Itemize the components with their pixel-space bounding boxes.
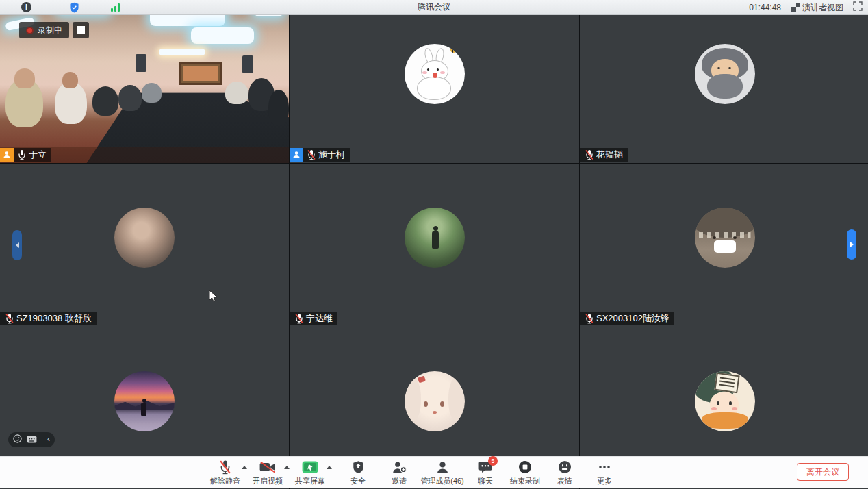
recording-indicator: 录制中 — [19, 22, 89, 38]
security-shield-icon[interactable] — [69, 2, 79, 16]
window-title: 腾讯会议 — [0, 1, 868, 13]
mic-muted-icon — [306, 149, 317, 160]
speaker-view-label: 演讲者视图 — [802, 2, 843, 14]
camera-off-icon — [259, 460, 276, 475]
chat-icon: 5 — [478, 460, 492, 475]
video-tile[interactable]: 花韫韬 — [580, 0, 868, 163]
avatar — [405, 208, 465, 268]
share-screen-icon — [302, 460, 318, 475]
network-signal-icon[interactable] — [111, 3, 120, 12]
video-grid: 录制中 于立 — [0, 0, 868, 489]
toolbar-label: 表情 — [557, 476, 572, 486]
keyboard-icon[interactable] — [27, 434, 37, 446]
prev-page-arrow[interactable] — [12, 230, 22, 260]
participant-label: 花韫韬 — [580, 148, 628, 162]
avatar — [405, 371, 465, 431]
video-tile[interactable]: SX2003102陆汝锋 — [580, 164, 868, 327]
avatar — [695, 44, 755, 104]
recording-label: 录制中 — [38, 25, 62, 36]
stop-square-icon — [77, 26, 85, 34]
avatar — [695, 371, 755, 431]
mic-muted-icon — [4, 313, 15, 324]
reactions-button[interactable]: 表情 — [547, 460, 583, 486]
video-tile[interactable]: 录制中 于立 — [0, 0, 289, 163]
unmute-button[interactable]: 解除静音 — [207, 460, 243, 486]
video-tile[interactable]: 宁达维 — [290, 164, 579, 327]
info-icon[interactable]: i — [21, 2, 31, 12]
speaker-layout-icon — [791, 3, 800, 12]
security-button[interactable]: 安全 — [340, 460, 376, 486]
toolbar-label: 开启视频 — [253, 476, 283, 486]
fullscreen-button[interactable] — [853, 1, 863, 14]
participant-name: 施于柯 — [318, 149, 345, 161]
participant-label: SZ1903038 耿舒欣 — [0, 312, 97, 325]
participant-label: 于立 — [0, 148, 51, 162]
emoji-icon[interactable] — [13, 434, 22, 446]
participant-name: 花韫韬 — [596, 149, 623, 161]
meeting-timer: 01:44:48 — [749, 3, 781, 12]
toolbar-label: 更多 — [597, 476, 612, 486]
avatar — [695, 208, 755, 268]
participant-name: SX2003102陆汝锋 — [596, 312, 669, 325]
window-titlebar: 腾讯会议 i 01:44:48 演讲者视图 — [0, 0, 868, 15]
video-tile[interactable]: 施于柯 — [290, 0, 579, 163]
invite-icon — [392, 460, 407, 475]
participant-name: 宁达维 — [306, 312, 333, 325]
quick-reaction-bar: ‹ — [8, 432, 55, 447]
more-icon — [598, 460, 611, 475]
chat-button[interactable]: 5 聊天 — [468, 460, 503, 486]
toolbar-label: 解除静音 — [210, 476, 240, 486]
toolbar-label: 管理成员(46) — [420, 476, 464, 486]
avatar — [114, 371, 175, 431]
invite-button[interactable]: 邀请 — [381, 460, 417, 486]
bottom-toolbar: 解除静音 开启视频 共享屏幕 安全 邀请 — [0, 456, 868, 488]
avatar — [114, 208, 175, 268]
mic-muted-icon — [584, 313, 595, 324]
participant-label: SX2003102陆汝锋 — [580, 312, 674, 325]
participant-label: 宁达维 — [290, 312, 337, 325]
manage-members-button[interactable]: 管理成员(46) — [417, 460, 468, 486]
security-icon — [353, 460, 364, 475]
mic-on-icon — [16, 149, 27, 160]
member-badge-icon — [290, 148, 303, 162]
video-tile[interactable]: SZ1903038 耿舒欣 — [0, 164, 289, 327]
stop-recording-button[interactable]: 结束录制 — [507, 460, 543, 486]
share-screen-button[interactable]: 共享屏幕 — [292, 460, 328, 486]
mic-muted-icon — [218, 460, 232, 475]
participant-label: 施于柯 — [290, 148, 350, 162]
toolbar-label: 聊天 — [478, 476, 493, 486]
collapse-chevron-icon[interactable]: ‹ — [47, 435, 50, 443]
participant-name: SZ1903038 耿舒欣 — [16, 312, 92, 325]
reactions-icon — [558, 460, 572, 475]
avatar — [405, 44, 465, 104]
members-icon — [436, 460, 449, 475]
more-button[interactable]: 更多 — [587, 460, 622, 486]
participant-name: 于立 — [29, 149, 47, 161]
mic-muted-icon — [294, 313, 305, 324]
chat-unread-badge: 5 — [488, 456, 498, 466]
bee-icon — [450, 47, 457, 53]
host-badge-icon — [0, 148, 14, 162]
next-page-arrow[interactable] — [847, 229, 856, 260]
toolbar-label: 共享屏幕 — [295, 476, 325, 486]
mic-muted-icon — [584, 149, 595, 160]
toolbar-label: 结束录制 — [510, 476, 540, 486]
recording-dot-icon — [26, 27, 34, 34]
speaker-view-button[interactable]: 演讲者视图 — [791, 2, 843, 14]
start-video-button[interactable]: 开启视频 — [250, 460, 285, 486]
mouse-cursor — [209, 290, 218, 303]
stop-recording-icon — [518, 460, 532, 475]
toolbar-label: 邀请 — [392, 476, 407, 486]
stop-recording-button[interactable] — [73, 22, 89, 38]
leave-meeting-button[interactable]: 离开会议 — [797, 463, 849, 481]
toolbar-label: 安全 — [350, 476, 366, 486]
recording-status: 录制中 — [19, 22, 69, 38]
